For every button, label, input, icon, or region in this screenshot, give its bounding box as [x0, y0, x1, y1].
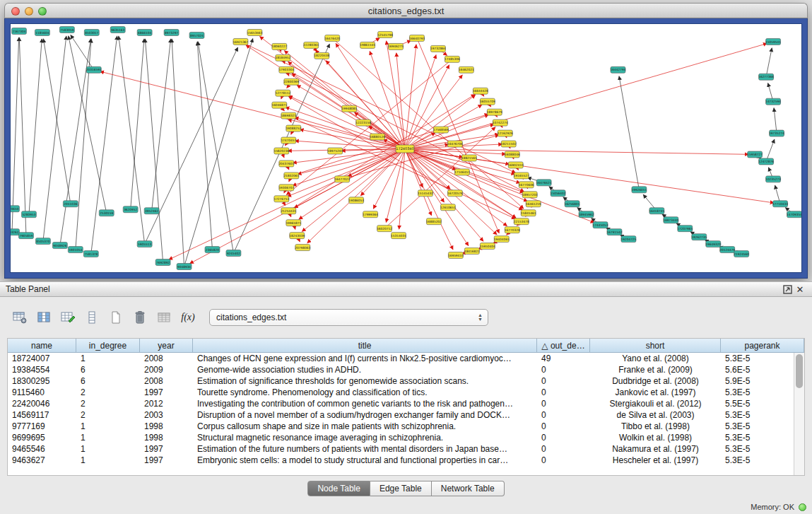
graph-node[interactable]: 16770328: [505, 227, 520, 233]
graph-node[interactable]: 17240340: [396, 145, 414, 153]
import-table-icon[interactable]: [154, 308, 174, 327]
table-row[interactable]: 977716911998Corpus callosum shape and si…: [8, 421, 794, 432]
graph-node[interactable]: 2167304: [11, 28, 26, 34]
graph-node[interactable]: 19306707: [278, 185, 294, 191]
graph-node[interactable]: 8505370: [35, 238, 50, 245]
graph-node[interactable]: 18698321: [281, 112, 296, 119]
minimize-button[interactable]: [25, 7, 33, 16]
graph-node[interactable]: 17207965: [677, 226, 693, 232]
graph-node[interactable]: 16277366: [758, 74, 774, 80]
graph-node[interactable]: 17276753: [273, 196, 289, 202]
graph-node[interactable]: 16476706: [447, 141, 463, 147]
table-row[interactable]: 946554611997Estimation of the future num…: [8, 443, 794, 455]
column-header-in_degree[interactable]: in_degree: [76, 339, 140, 352]
new-table-icon[interactable]: [106, 308, 126, 327]
graph-node[interactable]: 16921367: [233, 38, 249, 45]
graph-node[interactable]: 2365820: [205, 247, 220, 253]
graph-node[interactable]: 15950404: [480, 243, 495, 250]
graph-node[interactable]: 16720576: [447, 190, 463, 197]
graph-node[interactable]: 18220438: [314, 52, 329, 59]
window-titlebar[interactable]: citations_edges.txt: [4, 3, 808, 18]
graph-node[interactable]: 17146457: [454, 169, 470, 175]
graph-node[interactable]: 18975245: [327, 148, 343, 154]
graph-node[interactable]: 12778112: [275, 90, 290, 96]
graph-node[interactable]: 17485306: [445, 56, 460, 62]
graph-node[interactable]: 12223158: [355, 119, 371, 126]
graph-node[interactable]: 5901054: [68, 247, 83, 253]
graph-node[interactable]: 16476421: [536, 180, 552, 186]
graph-node[interactable]: 18184952: [275, 54, 290, 61]
graph-node[interactable]: 19404065: [494, 236, 510, 243]
table-settings-icon[interactable]: [10, 308, 30, 327]
graph-node[interactable]: 9048926: [52, 243, 67, 249]
graph-node[interactable]: 19965871: [286, 220, 301, 226]
table-row[interactable]: 1830029562008Estimation of significance …: [8, 375, 794, 387]
rows-icon[interactable]: [82, 308, 102, 327]
graph-node[interactable]: 14732594: [765, 98, 781, 105]
graph-node[interactable]: 18957203: [522, 192, 538, 198]
graph-node[interactable]: 16791542: [607, 229, 623, 235]
graph-node[interactable]: 1185604: [35, 29, 49, 35]
graph-node[interactable]: 16461219: [526, 201, 541, 207]
show-columns-icon[interactable]: [34, 308, 54, 327]
graph-node[interactable]: 15653463: [247, 29, 262, 35]
tab-network-table[interactable]: Network Table: [432, 481, 505, 496]
graph-node[interactable]: 2530159: [99, 210, 114, 216]
graph-node[interactable]: 16088046: [505, 151, 520, 158]
graph-node[interactable]: 7581378: [83, 251, 98, 257]
column-header-name[interactable]: name: [8, 339, 76, 352]
graph-node[interactable]: 17445053: [593, 222, 608, 228]
graph-node[interactable]: 19204725: [621, 236, 637, 243]
graph-node[interactable]: 18416822: [464, 248, 480, 255]
table-row[interactable]: 911546021997Tourette syndrome. Phenomeno…: [8, 387, 794, 398]
graph-node[interactable]: 16442794: [611, 66, 626, 73]
graph-node[interactable]: 17568569: [433, 127, 449, 133]
graph-node[interactable]: 18978679: [487, 109, 502, 115]
graph-node[interactable]: 16476420: [324, 35, 340, 41]
tab-edge-table[interactable]: Edge Table: [370, 481, 432, 496]
float-panel-icon[interactable]: [781, 284, 794, 295]
graph-node[interactable]: 3952462: [144, 208, 159, 214]
graph-node[interactable]: 16946275: [388, 43, 404, 49]
graph-node[interactable]: 17470457: [281, 137, 296, 144]
graph-node[interactable]: 16959410: [448, 252, 464, 259]
graph-node[interactable]: 12545798: [377, 31, 393, 37]
graph-node[interactable]: 16640793: [409, 35, 425, 41]
graph-node[interactable]: 17903304: [278, 66, 294, 73]
graph-node[interactable]: 6866104: [137, 29, 152, 35]
graph-node[interactable]: 22153478: [514, 218, 529, 225]
graph-node[interactable]: 19732864: [430, 45, 446, 52]
graph-node[interactable]: 16055709: [480, 98, 495, 105]
graph-node[interactable]: 22800369: [283, 78, 299, 85]
table-row[interactable]: 946362711997Embryonic stem cells: a mode…: [8, 455, 794, 466]
graph-node[interactable]: 20316591: [86, 66, 102, 73]
table-scrollbar[interactable]: [794, 353, 804, 475]
tab-node-table[interactable]: Node Table: [307, 481, 370, 496]
graph-node[interactable]: 21924560: [734, 251, 749, 257]
graph-node[interactable]: 16418745: [649, 208, 664, 214]
network-graph-canvas[interactable]: 1724034018060227181849521790330422800369…: [10, 23, 802, 273]
graph-node[interactable]: 15958727: [747, 151, 763, 158]
edit-table-icon[interactable]: [58, 308, 78, 327]
graph-node[interactable]: 10235273: [765, 176, 781, 182]
graph-node[interactable]: 19649320: [705, 241, 721, 247]
column-header-year[interactable]: year: [140, 339, 193, 352]
table-row[interactable]: 2242004622012Investigating the contribut…: [8, 398, 794, 409]
graph-node[interactable]: 14709354: [787, 211, 802, 218]
graph-node[interactable]: 8503017: [84, 29, 99, 35]
graph-node[interactable]: 19926051: [632, 187, 647, 193]
close-button[interactable]: [11, 7, 20, 16]
graph-node[interactable]: 16644428: [473, 88, 488, 94]
graph-node[interactable]: 12162926: [498, 130, 513, 136]
table-row[interactable]: 1938455462009Genome-wide association stu…: [8, 364, 794, 375]
graph-node[interactable]: 7905859: [18, 233, 33, 239]
graph-node[interactable]: 5280953: [21, 211, 36, 218]
graph-node[interactable]: 16256801: [565, 201, 580, 207]
graph-node[interactable]: 2051036: [63, 201, 78, 207]
graph-node[interactable]: 8973297: [164, 29, 179, 35]
graph-node[interactable]: 12472876: [758, 158, 774, 165]
network-table-selector[interactable]: citations_edges.txt ▲▼: [209, 309, 488, 326]
graph-node[interactable]: 18060227: [271, 43, 287, 49]
graph-node[interactable]: 21802061: [283, 173, 299, 179]
graph-node[interactable]: 16885202: [426, 218, 442, 225]
